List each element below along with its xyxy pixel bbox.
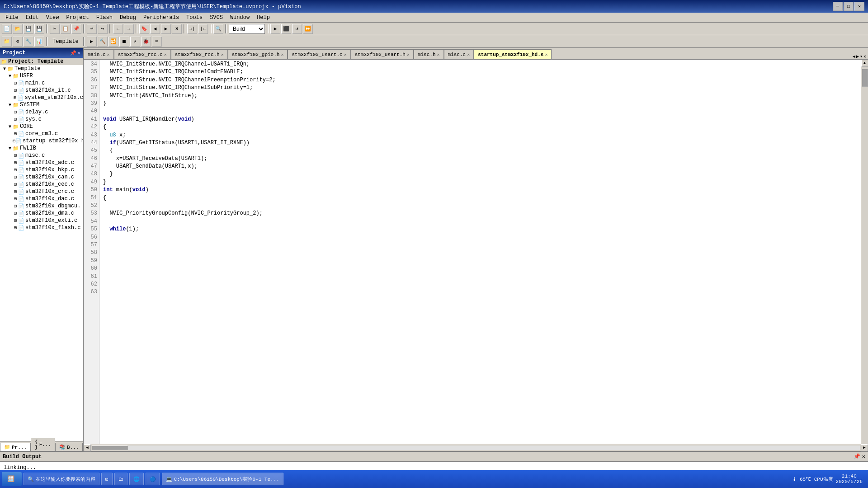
- code-content[interactable]: NVIC_InitStrue.NVIC_IRQChannel=USART1_IR…: [99, 60, 861, 444]
- open-btn[interactable]: 📂: [13, 24, 23, 34]
- tree-dma[interactable]: ⊞ 📄 stm32f10x_dma.c: [0, 210, 83, 217]
- menu-svcs[interactable]: SVCS: [206, 14, 226, 22]
- build-output-pin-icon[interactable]: 📌: [854, 453, 860, 460]
- build-output-close-icon[interactable]: ✕: [862, 453, 865, 460]
- tree-delay[interactable]: ⊞ 📄 delay.c: [0, 108, 83, 116]
- tab-rcc-c[interactable]: stm32f10x_rcc.c ✕: [114, 49, 171, 59]
- t2-rebuild-btn[interactable]: 🔁: [108, 37, 118, 47]
- expand-system[interactable]: ⊞: [13, 95, 17, 100]
- outdent-btn[interactable]: |←: [198, 24, 208, 34]
- next-bookmark-btn[interactable]: ▶: [161, 24, 171, 34]
- start-button[interactable]: 🪟: [2, 472, 22, 486]
- taskbar-uvision[interactable]: 💻 C:\Users\86150\Desktop\实验0-1 Te...: [162, 473, 283, 485]
- sidebar-pin-icon[interactable]: 📌: [70, 50, 76, 56]
- t2-btn2[interactable]: ⚙: [13, 37, 23, 47]
- expand-core-cm3[interactable]: ⊞: [13, 131, 18, 136]
- t2-cmd-btn[interactable]: ⌨: [152, 37, 162, 47]
- tab-startup[interactable]: startup_stm32f10x_hd.s ✕: [474, 49, 552, 59]
- t2-translate-btn[interactable]: ▶: [87, 37, 97, 47]
- tab-mainc-close[interactable]: ✕: [107, 52, 110, 57]
- t2-btn3[interactable]: 🔧: [24, 37, 33, 47]
- nav-fwd-btn[interactable]: →: [124, 24, 134, 34]
- expand-crc[interactable]: ⊞: [13, 189, 18, 194]
- prev-bookmark-btn[interactable]: ◀: [150, 24, 160, 34]
- menu-peripherals[interactable]: Peripherals: [140, 14, 183, 22]
- expand-bkp[interactable]: ⊞: [13, 167, 18, 173]
- expand-sys[interactable]: ⊞: [13, 117, 18, 122]
- taskview-btn[interactable]: ⊡: [101, 473, 113, 485]
- nav-back-btn[interactable]: ←: [113, 24, 123, 34]
- tab-startup-close[interactable]: ✕: [545, 52, 547, 57]
- tree-bkp[interactable]: ⊞ 📄 stm32f10x_bkp.c: [0, 166, 83, 174]
- tree-core-folder[interactable]: ▼ 📁 CORE: [0, 123, 83, 130]
- tree-dbgmcu[interactable]: ⊞ 📄 stm32f10x_dbgmcu.: [0, 202, 83, 210]
- clear-bookmark-btn[interactable]: ✖: [172, 24, 182, 34]
- tab-usart-h-close[interactable]: ✕: [407, 52, 410, 57]
- expand-it[interactable]: ⊞: [13, 88, 18, 93]
- tree-flash[interactable]: ⊞ 📄 stm32f10x_flash.c: [0, 224, 83, 231]
- taskbar-browser2[interactable]: 🔵: [146, 473, 160, 485]
- tab-scroll-left-btn[interactable]: ◀: [853, 54, 855, 59]
- expand-core[interactable]: ▼: [7, 124, 13, 129]
- save-btn[interactable]: 💾: [24, 24, 33, 34]
- t2-flash-btn[interactable]: ⚡: [130, 37, 140, 47]
- t2-stop-btn[interactable]: ⏹: [119, 37, 129, 47]
- tree-cec[interactable]: ⊞ 📄 stm32f10x_cec.c: [0, 181, 83, 188]
- tab-gpio-h-close[interactable]: ✕: [281, 52, 283, 57]
- tree-mainc[interactable]: ⊞ 📄 main.c: [0, 80, 83, 87]
- tree-can[interactable]: ⊞ 📄 stm32f10x_can.c: [0, 174, 83, 181]
- tab-gpio-h[interactable]: stm32f10x_gpio.h ✕: [228, 49, 288, 59]
- expand-delay[interactable]: ⊞: [13, 109, 18, 115]
- build-select[interactable]: Build: [229, 24, 265, 34]
- dbg-step-btn[interactable]: ⏩: [303, 24, 313, 34]
- tree-dac[interactable]: ⊞ 📄 stm32f10x_dac.c: [0, 195, 83, 202]
- dbg-reset-btn[interactable]: ↺: [292, 24, 302, 34]
- save-all-btn[interactable]: 💾: [34, 24, 44, 34]
- menu-flash[interactable]: Flash: [93, 14, 116, 22]
- scroll-thumb[interactable]: [862, 69, 868, 87]
- expand-can[interactable]: ⊞: [13, 174, 18, 180]
- tab-mainc[interactable]: main.c ✕: [84, 49, 114, 59]
- expand-mainc[interactable]: ⊞: [13, 80, 18, 86]
- tree-user-folder[interactable]: ▼ 📁 USER: [0, 72, 83, 80]
- sidebar-tab-functions[interactable]: { } F...: [31, 438, 55, 451]
- expand-cec[interactable]: ⊞: [13, 182, 18, 187]
- tab-close-all-btn[interactable]: ✕: [863, 54, 866, 59]
- expand-flash[interactable]: ⊞: [13, 225, 18, 230]
- tree-template[interactable]: ▼ 📁 Template: [0, 65, 83, 72]
- expand-fwlib[interactable]: ▼: [7, 146, 13, 151]
- paste-btn[interactable]: 📌: [71, 24, 81, 34]
- bookmark-btn[interactable]: 🔖: [139, 24, 149, 34]
- tree-it[interactable]: ⊞ 📄 stm32f10x_it.c: [0, 87, 83, 94]
- expand-adc[interactable]: ⊞: [13, 160, 18, 165]
- menu-window[interactable]: Window: [226, 14, 253, 22]
- menu-edit[interactable]: Edit: [22, 14, 42, 22]
- tab-scroll-right-btn[interactable]: ▶: [856, 54, 859, 59]
- tree-startup[interactable]: ⊞ 📄 startup_stm32f10x_h: [0, 137, 83, 145]
- tab-misc-c[interactable]: misc.c ✕: [444, 49, 474, 59]
- tab-usart-c[interactable]: stm32f10x_usart.c ✕: [288, 49, 350, 59]
- expand-dma[interactable]: ⊞: [13, 211, 18, 216]
- t2-debug-btn[interactable]: 🐞: [141, 37, 151, 47]
- new-btn[interactable]: 📄: [2, 24, 12, 34]
- tree-misc[interactable]: ⊞ 📄 misc.c: [0, 152, 83, 159]
- tab-usart-h[interactable]: stm32f10x_usart.h ✕: [351, 49, 414, 59]
- dbg-run-btn[interactable]: ▶: [270, 24, 280, 34]
- tab-scroll-down-btn[interactable]: ▾: [860, 54, 863, 59]
- menu-debug[interactable]: Debug: [116, 14, 140, 22]
- copy-btn[interactable]: 📋: [61, 24, 71, 34]
- search-btn-taskbar[interactable]: 🔍 在这里输入你要搜索的内容: [24, 473, 99, 485]
- expand-user[interactable]: ▼: [7, 74, 13, 79]
- indent-btn[interactable]: →|: [187, 24, 197, 34]
- tree-exti[interactable]: ⊞ 📄 stm32f10x_exti.c: [0, 217, 83, 224]
- menu-help[interactable]: Help: [253, 14, 274, 22]
- sidebar-tab-project[interactable]: 📁 Pr...: [0, 443, 31, 451]
- t2-build-btn[interactable]: 🔨: [98, 37, 108, 47]
- redo-btn[interactable]: ↪: [98, 24, 108, 34]
- minimize-button[interactable]: ─: [833, 2, 843, 11]
- menu-tools[interactable]: Tools: [183, 14, 206, 22]
- tab-misc-h-close[interactable]: ✕: [437, 52, 440, 57]
- expand-system-folder[interactable]: ▼: [7, 103, 13, 108]
- tree-core-cm3[interactable]: ⊞ 📄 core_cm3.c: [0, 130, 83, 137]
- tree-sys[interactable]: ⊞ 📄 sys.c: [0, 116, 83, 123]
